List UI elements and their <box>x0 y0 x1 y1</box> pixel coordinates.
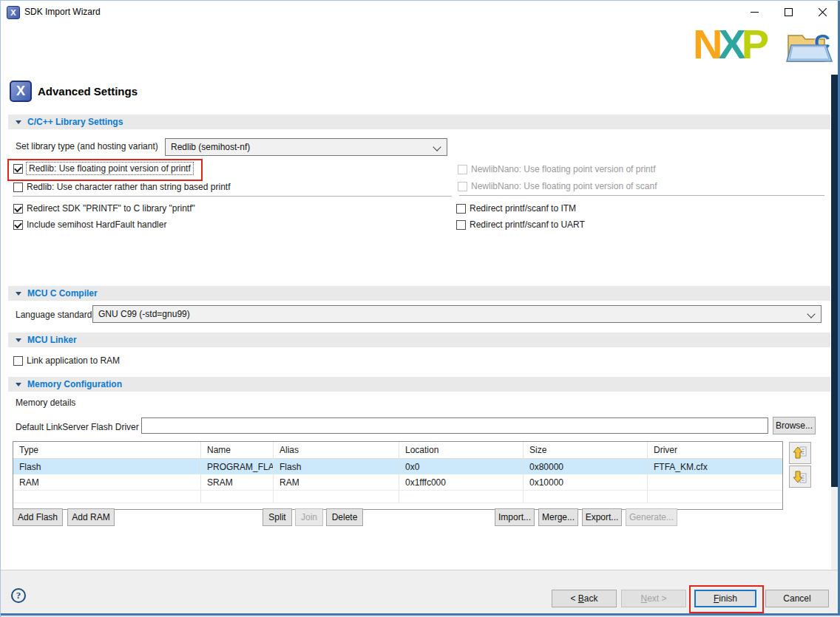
close-icon <box>818 7 827 17</box>
checkbox-unchecked-icon[interactable] <box>456 204 466 214</box>
cell-driver: FTFA_KM.cfx <box>648 459 782 474</box>
chevron-down-icon <box>807 310 815 318</box>
app-icon-letter: X <box>10 8 16 17</box>
language-standard-select[interactable]: GNU C99 (-std=gnu99) <box>92 305 822 323</box>
window-title: SDK Import Wizard <box>24 7 101 17</box>
merge-button[interactable]: Merge... <box>538 508 578 526</box>
next-button: Next > <box>621 590 686 607</box>
column-header-driver[interactable]: Driver <box>648 442 782 458</box>
checkbox-redirect-itm-label: Redirect printf/scanf to ITM <box>470 203 576 214</box>
finish-button[interactable]: Finish <box>694 590 756 607</box>
move-up-icon <box>792 445 808 461</box>
checkbox-link-to-ram-label: Link application to RAM <box>27 355 120 366</box>
collapse-triangle-icon <box>16 120 21 124</box>
checkbox-checked-icon[interactable] <box>13 220 23 230</box>
flash-driver-input[interactable] <box>141 417 768 434</box>
minimize-icon <box>751 12 759 13</box>
checkbox-redirect-uart[interactable]: Redirect printf/scanf to UART <box>456 219 585 231</box>
checkbox-redlib-char[interactable]: Redlib: Use character rather than string… <box>13 181 230 193</box>
checkbox-newlib-printf-label: NewlibNano: Use floating point version o… <box>471 164 655 174</box>
checkbox-checked-icon[interactable] <box>13 164 23 174</box>
cell-size: 0x10000 <box>524 474 648 490</box>
browse-button[interactable]: Browse... <box>773 417 816 434</box>
table-row-empty[interactable] <box>13 490 782 502</box>
cancel-button[interactable]: Cancel <box>765 590 829 607</box>
nxp-letter-p: P <box>742 21 765 67</box>
scrollbar-track[interactable] <box>831 75 838 570</box>
join-button: Join <box>295 508 323 526</box>
back-button[interactable]: < Back <box>552 590 617 607</box>
divider <box>459 195 824 196</box>
cell-name: PROGRAM_FLASH <box>201 459 274 474</box>
collapse-triangle-icon <box>16 292 21 296</box>
checkbox-newlib-scanf-label: NewlibNano: Use floating point version o… <box>471 181 657 191</box>
cell-alias: RAM <box>274 474 399 490</box>
import-button[interactable]: Import... <box>495 508 535 526</box>
section-linker-title: MCU Linker <box>27 335 77 345</box>
nxp-logo: NXP <box>693 24 765 64</box>
cell-size: 0x80000 <box>524 459 648 474</box>
column-header-location[interactable]: Location <box>399 442 524 458</box>
cell-driver <box>648 474 782 490</box>
section-memory-title: Memory Configuration <box>27 379 122 389</box>
column-header-alias[interactable]: Alias <box>274 442 399 458</box>
section-memory-configuration[interactable]: Memory Configuration <box>8 377 830 392</box>
move-down-icon <box>792 468 808 485</box>
nxp-letter-n: N <box>693 21 718 67</box>
set-library-type-label: Set library type (and hosting variant) <box>16 141 158 151</box>
column-header-type[interactable]: Type <box>13 442 201 458</box>
checkbox-unchecked-icon[interactable] <box>13 183 23 192</box>
wizard-page-icon: X <box>10 81 32 102</box>
checkbox-checked-icon[interactable] <box>13 204 23 214</box>
nxp-letter-x: X <box>718 21 741 67</box>
library-type-select[interactable]: Redlib (semihost-nf) <box>165 138 447 156</box>
checkbox-link-to-ram[interactable]: Link application to RAM <box>13 355 120 367</box>
language-standard-value: GNU C99 (-std=gnu99) <box>98 309 190 319</box>
language-standard-label: Language standard <box>16 310 92 320</box>
table-row-flash[interactable]: Flash PROGRAM_FLASH Flash 0x0 0x80000 FT… <box>13 459 782 474</box>
cell-alias: Flash <box>274 459 399 474</box>
scrollbar-thumb[interactable] <box>831 75 838 487</box>
table-row-ram[interactable]: RAM SRAM RAM 0x1fffc000 0x10000 <box>13 474 782 490</box>
generate-button: Generate... <box>626 508 677 526</box>
section-mcu-linker[interactable]: MCU Linker <box>8 333 830 347</box>
divider <box>13 196 452 197</box>
c-folder-icon: C <box>783 26 836 69</box>
checkbox-redlib-float[interactable]: Redlib: Use floating point version of pr… <box>13 163 193 174</box>
help-icon[interactable]: ? <box>11 588 26 603</box>
section-compiler-title: MCU C Compiler <box>27 288 98 299</box>
cell-location: 0x0 <box>399 459 524 474</box>
checkbox-disabled-icon <box>458 165 467 174</box>
move-down-button[interactable] <box>789 466 811 488</box>
minimize-button[interactable] <box>739 2 770 21</box>
column-header-size[interactable]: Size <box>524 442 648 458</box>
maximize-button[interactable] <box>773 2 804 21</box>
chevron-down-icon <box>433 143 441 151</box>
wizard-page-icon-letter: X <box>16 83 25 99</box>
export-button[interactable]: Export... <box>582 508 622 526</box>
flash-driver-label: Default LinkServer Flash Driver <box>16 422 139 432</box>
cell-location: 0x1fffc000 <box>399 474 524 490</box>
cell-type: RAM <box>13 474 201 490</box>
memory-table-header-row: Type Name Alias Location Size Driver <box>13 442 782 459</box>
close-button[interactable] <box>807 2 838 21</box>
checkbox-hardfault[interactable]: Include semihost HardFault handler <box>13 219 166 231</box>
section-mcu-c-compiler[interactable]: MCU C Compiler <box>8 286 830 301</box>
section-library-title: C/C++ Library Settings <box>27 117 123 127</box>
column-header-name[interactable]: Name <box>201 442 274 458</box>
add-ram-button[interactable]: Add RAM <box>67 508 115 526</box>
checkbox-unchecked-icon[interactable] <box>13 356 23 366</box>
split-button[interactable]: Split <box>262 508 292 526</box>
move-up-button[interactable] <box>789 442 811 464</box>
checkbox-hardfault-label: Include semihost HardFault handler <box>27 219 166 230</box>
checkbox-redirect-itm[interactable]: Redirect printf/scanf to ITM <box>456 202 576 214</box>
delete-button[interactable]: Delete <box>326 508 363 526</box>
library-type-value: Redlib (semihost-nf) <box>171 142 250 152</box>
checkbox-redirect-printf[interactable]: Redirect SDK "PRINTF" to C library "prin… <box>13 202 195 214</box>
add-flash-button[interactable]: Add Flash <box>13 508 63 526</box>
collapse-triangle-icon <box>16 338 21 342</box>
cell-type: Flash <box>13 459 201 474</box>
checkbox-unchecked-icon[interactable] <box>456 220 466 230</box>
section-library-settings[interactable]: C/C++ Library Settings <box>8 115 830 129</box>
sdk-import-wizard-window: X SDK Import Wizard NXP C X Advanced Set… <box>0 0 840 617</box>
